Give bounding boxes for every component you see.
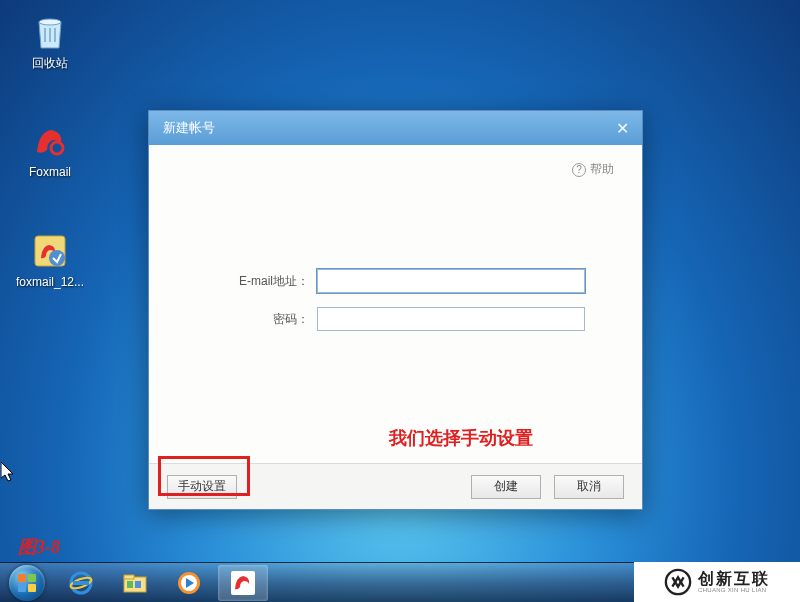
svg-point-6 xyxy=(49,250,65,266)
watermark-logo-icon xyxy=(664,568,692,596)
help-link[interactable]: ? 帮助 xyxy=(572,161,614,178)
foxmail-icon xyxy=(229,569,257,597)
svg-rect-10 xyxy=(28,584,36,592)
svg-rect-2 xyxy=(49,28,51,42)
form-area: E-mail地址： 密码： xyxy=(177,269,614,331)
close-button[interactable]: ✕ xyxy=(602,111,642,145)
recycle-bin-icon xyxy=(29,10,71,52)
svg-point-0 xyxy=(39,19,61,25)
desktop-icon-label: foxmail_12... xyxy=(16,275,84,289)
svg-point-4 xyxy=(51,142,63,154)
start-button[interactable] xyxy=(0,563,54,603)
watermark-text-cn: 创新互联 xyxy=(698,571,770,587)
svg-rect-8 xyxy=(28,574,36,582)
dialog-title: 新建帐号 xyxy=(163,119,215,137)
watermark-text-en: CHUANG XIN HU LIAN xyxy=(698,587,770,593)
media-player-icon xyxy=(175,569,203,597)
svg-rect-9 xyxy=(18,584,26,592)
svg-rect-15 xyxy=(124,575,134,579)
desktop-icon-label: Foxmail xyxy=(29,165,71,179)
watermark: 创新互联 CHUANG XIN HU LIAN xyxy=(634,562,800,602)
help-label: 帮助 xyxy=(590,161,614,178)
windows-start-icon xyxy=(9,565,45,601)
email-input[interactable] xyxy=(317,269,585,293)
email-label: E-mail地址： xyxy=(177,273,317,290)
svg-point-22 xyxy=(666,570,690,594)
internet-explorer-icon xyxy=(67,569,95,597)
svg-rect-1 xyxy=(44,28,46,42)
annotation-instruction: 我们选择手动设置 xyxy=(389,426,533,450)
svg-rect-13 xyxy=(73,581,89,585)
cursor-icon xyxy=(1,462,17,487)
svg-rect-16 xyxy=(127,581,133,588)
desktop-icon-foxmail[interactable]: Foxmail xyxy=(15,120,85,179)
password-input[interactable] xyxy=(317,307,585,331)
taskbar-item-ie[interactable] xyxy=(56,565,106,601)
installer-icon xyxy=(29,230,71,272)
help-icon: ? xyxy=(572,163,586,177)
desktop-icon-label: 回收站 xyxy=(32,55,68,72)
taskbar-item-foxmail[interactable] xyxy=(218,565,268,601)
password-label: 密码： xyxy=(177,311,317,328)
cancel-button[interactable]: 取消 xyxy=(554,475,624,499)
taskbar-item-media-player[interactable] xyxy=(164,565,214,601)
dialog-footer: 手动设置 创建 取消 xyxy=(149,463,642,509)
dialog-body: ? 帮助 E-mail地址： 密码： xyxy=(149,145,642,463)
dialog-titlebar[interactable]: 新建帐号 ✕ xyxy=(149,111,642,145)
create-button[interactable]: 创建 xyxy=(471,475,541,499)
new-account-dialog: 新建帐号 ✕ ? 帮助 E-mail地址： 密码： 手动设置 创建 取消 xyxy=(148,110,643,510)
desktop-icon-recycle-bin[interactable]: 回收站 xyxy=(15,10,85,72)
foxmail-icon xyxy=(29,120,71,162)
form-row-password: 密码： xyxy=(177,307,614,331)
manual-settings-button[interactable]: 手动设置 xyxy=(167,475,237,499)
svg-rect-17 xyxy=(135,581,141,588)
taskbar-item-explorer[interactable] xyxy=(110,565,160,601)
svg-rect-3 xyxy=(54,28,56,42)
form-row-email: E-mail地址： xyxy=(177,269,614,293)
close-icon: ✕ xyxy=(616,119,629,138)
file-explorer-icon xyxy=(121,569,149,597)
svg-rect-7 xyxy=(18,574,26,582)
desktop-icon-foxmail-installer[interactable]: foxmail_12... xyxy=(15,230,85,289)
annotation-figure-label: 图3-8 xyxy=(18,535,60,559)
svg-rect-20 xyxy=(231,571,255,595)
